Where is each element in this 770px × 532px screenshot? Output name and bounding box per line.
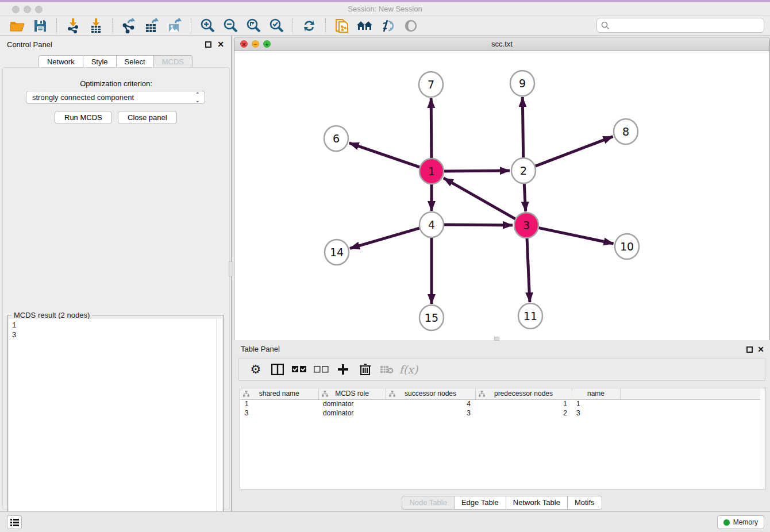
split-divider-grip-horizontal[interactable] [494, 337, 499, 341]
node-14[interactable]: 14 [325, 240, 349, 265]
import-table-icon[interactable] [87, 18, 105, 34]
close-table-panel-icon[interactable]: ✕ [757, 345, 764, 354]
mcds-panel: Optimization criterion: strongly connect… [2, 67, 230, 510]
task-history-button[interactable] [7, 515, 22, 529]
export-table-icon[interactable] [143, 18, 161, 34]
add-column-icon[interactable] [334, 361, 352, 377]
memory-label: Memory [733, 518, 758, 526]
node-15[interactable]: 15 [419, 305, 444, 330]
deselect-all-icon[interactable] [313, 361, 330, 377]
close-panel-icon[interactable]: ✕ [217, 40, 224, 49]
duplicate-network-icon[interactable] [333, 18, 351, 34]
float-panel-icon[interactable] [205, 41, 211, 48]
network-canvas[interactable]: 1234678910111415 [234, 51, 769, 340]
column-header-successor-nodes[interactable]: successor nodes [386, 388, 475, 399]
edge-3-1[interactable] [444, 178, 515, 219]
node-6[interactable]: 6 [324, 126, 348, 151]
import-network-icon[interactable] [64, 18, 82, 34]
svg-text:6: 6 [333, 132, 340, 145]
criterion-value: strongly connected component [32, 93, 134, 102]
svg-text:3: 3 [523, 219, 530, 232]
svg-text:8: 8 [622, 125, 629, 138]
run-mcds-button[interactable]: Run MCDS [55, 111, 112, 124]
save-session-icon[interactable] [31, 18, 49, 34]
tab-edge-table[interactable]: Edge Table [455, 496, 506, 510]
node-11[interactable]: 11 [518, 303, 542, 329]
svg-text:10: 10 [620, 240, 634, 253]
column-header-filler [620, 388, 765, 399]
birds-eye-view-icon[interactable] [402, 18, 420, 34]
edge-1-2[interactable] [444, 171, 510, 171]
node-9[interactable]: 9 [510, 71, 534, 96]
zoom-out-icon[interactable] [221, 18, 240, 34]
edge-1-7[interactable] [431, 98, 432, 159]
node-10[interactable]: 10 [615, 234, 639, 259]
toolbar-separator [56, 18, 57, 33]
node-2[interactable]: 2 [511, 158, 536, 183]
table-row[interactable]: 3dominator323 [240, 408, 765, 418]
criterion-dropdown[interactable]: strongly connected component ⌃⌄ [26, 91, 205, 104]
refresh-icon[interactable] [300, 18, 318, 34]
edge-4-14[interactable] [350, 228, 419, 248]
node-4[interactable]: 4 [419, 212, 444, 237]
svg-text:1: 1 [428, 165, 435, 178]
close-panel-button[interactable]: Close panel [118, 111, 177, 124]
edge-3-11[interactable] [527, 238, 530, 302]
node-7[interactable]: 7 [419, 72, 443, 97]
svg-text:2: 2 [520, 164, 527, 177]
open-session-icon[interactable] [8, 18, 26, 34]
select-all-icon[interactable] [291, 361, 308, 377]
node-1[interactable]: 1 [419, 159, 444, 184]
zoom-fit-icon[interactable] [244, 18, 263, 34]
main-toolbar [0, 16, 770, 36]
column-header-MCDS-role[interactable]: MCDS role [318, 388, 386, 399]
window-title: Session: New Session [0, 5, 770, 13]
tab-node-table[interactable]: Node Table [402, 496, 455, 510]
edge-4-3[interactable] [444, 225, 513, 225]
mcds-result-list[interactable]: 1 3 [9, 319, 216, 531]
optimization-criterion-label: Optimization criterion: [3, 79, 229, 88]
zoom-in-icon[interactable] [198, 18, 217, 34]
function-builder-icon[interactable]: f(x) [400, 361, 417, 377]
search-input[interactable] [610, 21, 764, 30]
edge-3-10[interactable] [539, 228, 614, 244]
column-header-predecessor-nodes[interactable]: predecessor nodes [475, 388, 572, 399]
delete-column-icon[interactable] [356, 361, 374, 377]
hide-graphics-details-icon[interactable] [379, 18, 397, 34]
edge-2-9[interactable] [522, 97, 523, 158]
search-field[interactable] [596, 18, 764, 33]
edge-1-6[interactable] [349, 143, 420, 167]
zoom-selected-icon[interactable] [267, 18, 286, 34]
delete-table-icon[interactable] [378, 361, 395, 377]
search-icon [601, 21, 610, 30]
svg-text:7: 7 [428, 78, 434, 91]
memory-button[interactable]: Memory [717, 515, 764, 529]
float-table-panel-icon[interactable] [746, 346, 753, 353]
column-view-icon[interactable] [269, 361, 286, 377]
toolbar-separator [325, 18, 326, 33]
column-header-name[interactable]: name [572, 388, 620, 399]
export-network-icon[interactable] [120, 18, 138, 34]
export-image-icon[interactable] [165, 18, 184, 34]
toolbar-separator [292, 18, 293, 33]
table-settings-icon[interactable]: ⚙ [247, 361, 264, 377]
split-divider-grip[interactable] [229, 261, 233, 276]
table-scrollbar[interactable] [760, 388, 766, 489]
column-header-shared-name[interactable]: shared name [240, 388, 318, 399]
edge-2-3[interactable] [524, 183, 526, 211]
tab-network-table[interactable]: Network Table [506, 496, 568, 510]
network-view-window: ✕ − + scc.txt 1234678910111415 [234, 37, 770, 340]
node-8[interactable]: 8 [614, 119, 638, 144]
svg-text:15: 15 [425, 311, 438, 324]
node-3[interactable]: 3 [514, 213, 538, 238]
table-panel-title: Table Panel [241, 345, 280, 353]
control-panel-title: Control Panel [7, 40, 52, 49]
network-window-titlebar[interactable]: ✕ − + scc.txt [234, 37, 769, 51]
tab-motifs[interactable]: Motifs [568, 496, 602, 510]
node-table[interactable]: shared nameMCDS rolesuccessor nodesprede… [240, 388, 766, 489]
home-layout-icon[interactable] [356, 18, 374, 34]
result-scrollbar[interactable] [216, 319, 222, 531]
dropdown-arrows-icon: ⌃⌄ [195, 92, 200, 103]
table-row[interactable]: 1dominator411 [240, 399, 765, 408]
edge-2-8[interactable] [536, 137, 613, 167]
